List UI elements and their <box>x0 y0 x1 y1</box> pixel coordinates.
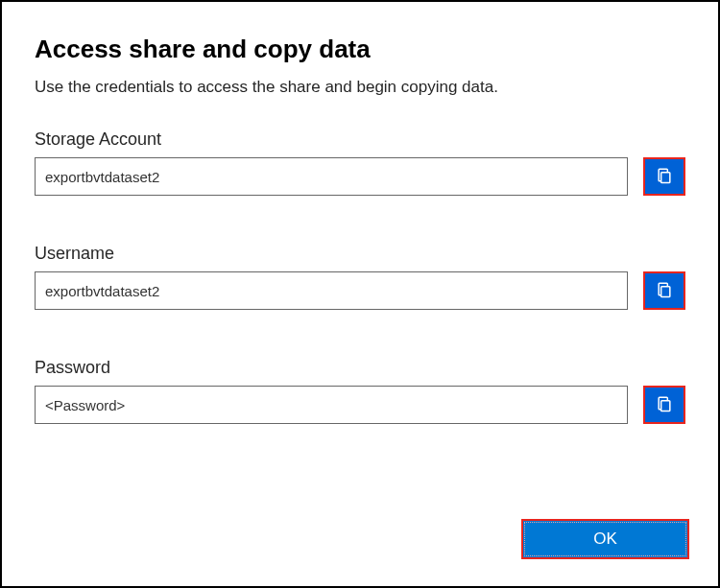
password-group: Password <box>35 358 685 424</box>
storage-account-label: Storage Account <box>35 129 685 150</box>
copy-icon <box>655 280 674 302</box>
username-label: Username <box>35 244 685 264</box>
storage-account-row <box>35 157 685 196</box>
svg-rect-1 <box>661 286 670 296</box>
storage-account-group: Storage Account <box>35 129 685 196</box>
username-input[interactable] <box>35 271 628 310</box>
copy-icon <box>655 166 674 188</box>
username-group: Username <box>35 244 685 310</box>
svg-rect-0 <box>661 172 670 182</box>
dialog-subtitle: Use the credentials to access the share … <box>35 78 685 97</box>
copy-icon <box>655 394 674 416</box>
dialog-footer: OK <box>521 519 689 559</box>
copy-storage-account-button[interactable] <box>643 157 685 196</box>
password-input[interactable] <box>35 386 628 424</box>
password-label: Password <box>35 358 685 378</box>
storage-account-input[interactable] <box>35 157 628 196</box>
ok-button[interactable]: OK <box>521 519 689 559</box>
copy-password-button[interactable] <box>643 386 685 424</box>
copy-username-button[interactable] <box>643 271 685 310</box>
password-row <box>35 386 685 424</box>
username-row <box>35 271 685 310</box>
svg-rect-2 <box>661 400 670 411</box>
dialog-title: Access share and copy data <box>35 35 685 64</box>
access-share-dialog: Access share and copy data Use the crede… <box>0 0 720 588</box>
